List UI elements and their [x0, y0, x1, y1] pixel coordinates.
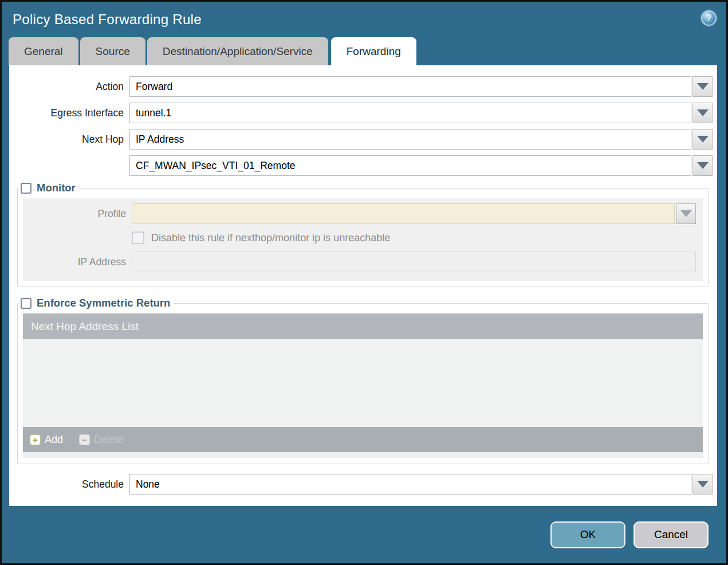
monitor-ip-address-row: IP Address: [23, 252, 703, 272]
ok-button[interactable]: OK: [550, 521, 625, 548]
delete-button: − Delete: [79, 434, 124, 446]
next-hop-row: Next Hop IP Address: [9, 129, 713, 150]
next-hop-address-select[interactable]: CF_MWAN_IPsec_VTI_01_Remote: [129, 155, 713, 176]
action-label: Action: [9, 81, 129, 93]
chevron-down-icon: [680, 210, 692, 217]
next-hop-dropdown-button[interactable]: [692, 129, 713, 150]
action-value[interactable]: Forward: [129, 76, 691, 97]
next-hop-address-value[interactable]: CF_MWAN_IPsec_VTI_01_Remote: [129, 155, 691, 176]
tab-forwarding[interactable]: Forwarding: [331, 37, 416, 65]
chevron-down-icon: [697, 83, 709, 90]
profile-select: [132, 203, 696, 224]
egress-interface-value[interactable]: tunnel.1: [129, 103, 691, 123]
plus-icon: +: [30, 434, 41, 445]
symmetric-return-fieldset: Enforce Symmetric Return Next Hop Addres…: [17, 297, 709, 464]
schedule-row: Schedule None: [9, 474, 713, 495]
monitor-ip-address-input: [132, 252, 696, 272]
schedule-dropdown-button[interactable]: [692, 474, 713, 495]
disable-rule-checkbox: [132, 232, 144, 244]
chevron-down-icon: [697, 136, 709, 143]
schedule-select[interactable]: None: [129, 474, 713, 495]
add-button-label: Add: [45, 434, 63, 446]
next-hop-address-row: CF_MWAN_IPsec_VTI_01_Remote: [9, 155, 713, 176]
egress-interface-label: Egress Interface: [9, 107, 129, 119]
disable-rule-row: Disable this rule if nexthop/monitor ip …: [23, 232, 703, 244]
chevron-down-icon: [697, 162, 709, 169]
egress-interface-dropdown-button[interactable]: [692, 103, 713, 123]
table-toolbar: + Add − Delete: [23, 427, 703, 452]
dialog-footer: OK Cancel: [2, 506, 726, 563]
profile-dropdown-button: [676, 203, 696, 224]
next-hop-address-list-table: Next Hop Address List + Add − Delete: [23, 313, 703, 458]
table-footer-strip: [23, 452, 703, 458]
minus-icon: −: [79, 434, 90, 445]
schedule-label: Schedule: [9, 478, 129, 491]
chevron-down-icon: [697, 481, 709, 488]
tab-general[interactable]: General: [9, 37, 78, 65]
monitor-legend: Monitor: [19, 182, 80, 194]
monitor-legend-label: Monitor: [37, 182, 76, 194]
disable-rule-label: Disable this rule if nexthop/monitor ip …: [151, 232, 390, 244]
dialog-title-bar: Policy Based Forwarding Rule ?: [2, 2, 726, 37]
policy-based-forwarding-dialog: Policy Based Forwarding Rule ? General S…: [0, 0, 728, 565]
forwarding-tab-content: Action Forward Egress Interface tunnel.1…: [9, 65, 717, 506]
action-row: Action Forward: [9, 76, 713, 97]
next-hop-label: Next Hop: [9, 134, 129, 146]
delete-button-label: Delete: [94, 434, 124, 446]
egress-interface-row: Egress Interface tunnel.1: [9, 103, 713, 123]
table-header: Next Hop Address List: [23, 313, 703, 339]
add-button[interactable]: + Add: [30, 434, 63, 446]
cancel-button[interactable]: Cancel: [633, 521, 709, 548]
dialog-title: Policy Based Forwarding Rule: [13, 11, 202, 28]
egress-interface-select[interactable]: tunnel.1: [129, 103, 713, 123]
symmetric-return-legend-label: Enforce Symmetric Return: [37, 297, 170, 309]
tab-destination-application-service[interactable]: Destination/Application/Service: [147, 37, 328, 65]
monitor-panel: Profile Disable this rule if nexthop/mon…: [23, 198, 703, 281]
tab-bar: General Source Destination/Application/S…: [2, 37, 726, 65]
monitor-checkbox[interactable]: [21, 183, 32, 194]
symmetric-return-checkbox[interactable]: [21, 298, 32, 309]
tab-source[interactable]: Source: [80, 37, 145, 65]
profile-label: Profile: [23, 208, 132, 220]
schedule-value[interactable]: None: [129, 474, 691, 495]
chevron-down-icon: [697, 109, 709, 116]
profile-value: [132, 203, 675, 224]
next-hop-type-value[interactable]: IP Address: [129, 129, 691, 150]
action-select[interactable]: Forward: [129, 76, 713, 97]
table-header-label: Next Hop Address List: [31, 320, 139, 333]
monitor-fieldset: Monitor Profile Disable this rule if: [17, 182, 709, 287]
profile-row: Profile: [23, 203, 703, 224]
table-body-empty[interactable]: [23, 339, 703, 427]
next-hop-type-select[interactable]: IP Address: [129, 129, 713, 150]
help-icon[interactable]: ?: [701, 10, 717, 26]
symmetric-return-legend: Enforce Symmetric Return: [19, 297, 174, 309]
next-hop-address-dropdown-button[interactable]: [692, 155, 713, 176]
monitor-ip-address-label: IP Address: [23, 256, 132, 268]
action-dropdown-button[interactable]: [692, 76, 713, 97]
